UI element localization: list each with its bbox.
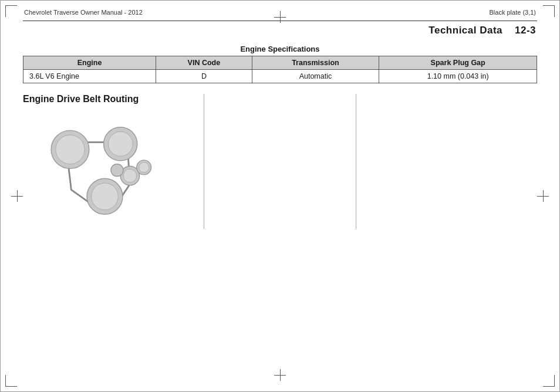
cell-vin-code: D [156, 70, 252, 83]
belt-routing-title: Engine Drive Belt Routing [23, 94, 198, 104]
specs-table: Engine VIN Code Transmission Spark Plug … [23, 56, 537, 83]
belt-routing-section: Engine Drive Belt Routing [23, 94, 537, 229]
corner-mark-top-right [543, 5, 555, 17]
cell-spark-plug-gap: 1.10 mm (0.043 in) [379, 70, 537, 83]
crosshair-bottom [274, 369, 286, 381]
pulley-small-far-right-inner [139, 163, 149, 173]
main-content: Engine Specifications Engine VIN Code Tr… [1, 42, 559, 229]
page-container: Chevrolet Traverse Owner Manual - 2012 B… [0, 0, 560, 392]
header-left-text: Chevrolet Traverse Owner Manual - 2012 [24, 9, 143, 16]
crosshair-left [11, 190, 23, 202]
col-spark-plug-gap: Spark Plug Gap [379, 56, 537, 70]
crosshair-right [537, 190, 549, 202]
cell-transmission: Automatic [252, 70, 379, 83]
content-middle-panel [204, 94, 356, 229]
page-title-row: Technical Data 12-3 [1, 21, 559, 42]
engine-specs-title: Engine Specifications [23, 45, 537, 53]
header-right-text: Black plate (3,1) [490, 9, 536, 16]
corner-mark-bottom-left [5, 375, 17, 387]
belt-diagram [29, 111, 170, 229]
page-title: Technical Data 12-3 [429, 25, 536, 36]
pulley-large-left-inner [56, 135, 85, 164]
pulley-large-bottom-inner [92, 183, 119, 210]
corner-mark-bottom-right [543, 375, 555, 387]
crosshair-top [274, 11, 286, 23]
table-row: 3.6L V6 Engine D Automatic 1.10 mm (0.04… [23, 70, 537, 83]
corner-mark-top-left [5, 5, 17, 17]
cell-engine: 3.6L V6 Engine [23, 70, 156, 83]
pulley-large-top-center-inner [108, 131, 133, 156]
belt-diagram-svg [29, 111, 170, 229]
col-engine: Engine [23, 56, 156, 70]
pulley-tiny-center [111, 164, 123, 177]
content-left-panel: Engine Drive Belt Routing [23, 94, 204, 229]
col-vin-code: VIN Code [156, 56, 252, 70]
pulley-small-right-inner [123, 169, 137, 183]
content-right-panel [356, 94, 537, 229]
col-transmission: Transmission [252, 56, 379, 70]
table-header-row: Engine VIN Code Transmission Spark Plug … [23, 56, 537, 70]
engine-specs-section: Engine Specifications Engine VIN Code Tr… [23, 45, 537, 83]
